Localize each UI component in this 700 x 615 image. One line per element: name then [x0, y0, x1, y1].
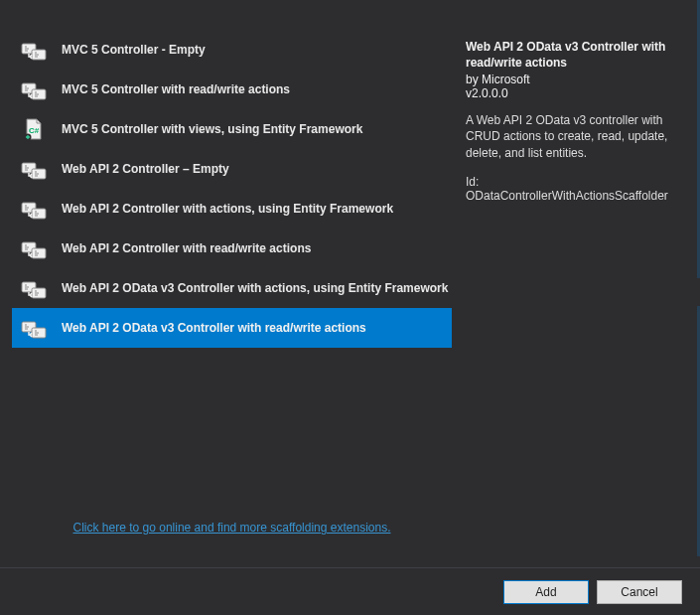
- detail-author: by Microsoft: [466, 73, 684, 86]
- main-content: MVC 5 Controller - Empty MVC 5 Controlle…: [0, 0, 700, 546]
- scaffold-list: MVC 5 Controller - Empty MVC 5 Controlle…: [12, 30, 452, 513]
- add-button[interactable]: Add: [503, 580, 589, 604]
- list-item[interactable]: Web API 2 Controller with actions, using…: [12, 189, 452, 229]
- scaffold-list-panel: MVC 5 Controller - Empty MVC 5 Controlle…: [0, 10, 452, 546]
- controller-icon: [20, 274, 48, 302]
- controller-icon: [20, 314, 48, 342]
- controller-icon: [20, 76, 48, 103]
- button-bar: Add Cancel: [0, 567, 700, 615]
- list-item[interactable]: MVC 5 Controller with read/write actions: [12, 70, 452, 109]
- list-item[interactable]: Web API 2 OData v3 Controller with actio…: [12, 268, 452, 308]
- list-item-label: MVC 5 Controller - Empty: [62, 43, 206, 57]
- list-item-label: Web API 2 Controller with actions, using…: [62, 202, 393, 216]
- list-item-label: Web API 2 OData v3 Controller with actio…: [62, 281, 448, 295]
- list-item[interactable]: Web API 2 OData v3 Controller with read/…: [12, 308, 452, 348]
- extensions-link[interactable]: Click here to go online and find more sc…: [73, 521, 391, 535]
- list-item[interactable]: MVC 5 Controller - Empty: [12, 30, 452, 70]
- detail-panel: Web API 2 OData v3 Controller with read/…: [452, 10, 700, 546]
- list-item[interactable]: Web API 2 Controller – Empty: [12, 149, 452, 189]
- detail-description: A Web API 2 OData v3 controller with CRU…: [466, 112, 684, 161]
- detail-version: v2.0.0.0: [466, 86, 684, 100]
- detail-id: Id: ODataControllerWithActionsScaffolder: [466, 175, 684, 203]
- controller-icon: [20, 36, 48, 64]
- list-item-label: Web API 2 Controller – Empty: [62, 162, 229, 176]
- controller-icon: [20, 195, 48, 223]
- detail-title: Web API 2 OData v3 Controller with read/…: [466, 40, 684, 71]
- list-item-label: MVC 5 Controller with views, using Entit…: [62, 122, 362, 136]
- list-item[interactable]: Web API 2 Controller with read/write act…: [12, 229, 452, 268]
- controller-icon: [20, 234, 48, 262]
- list-item-label: Web API 2 OData v3 Controller with read/…: [62, 321, 366, 335]
- list-item-label: MVC 5 Controller with read/write actions: [62, 82, 290, 96]
- list-item-label: Web API 2 Controller with read/write act…: [62, 241, 311, 255]
- list-item[interactable]: C# MVC 5 Controller with views, using En…: [12, 109, 452, 149]
- extensions-link-container: Click here to go online and find more sc…: [12, 513, 452, 546]
- cancel-button[interactable]: Cancel: [597, 580, 682, 604]
- cs-file-icon: C#: [20, 115, 48, 143]
- svg-text:C#: C#: [29, 126, 40, 135]
- controller-icon: [20, 155, 48, 183]
